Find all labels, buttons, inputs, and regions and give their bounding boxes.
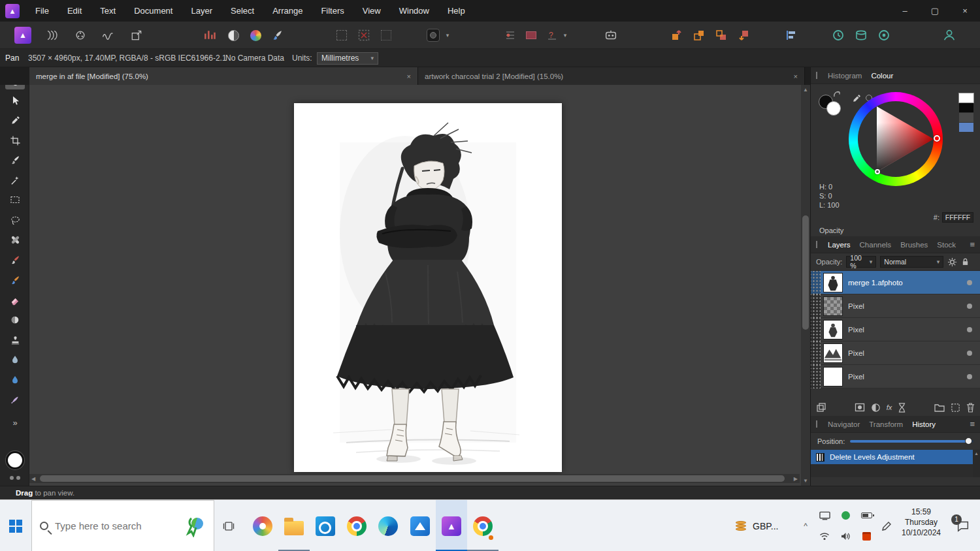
taskbar-affinity-photo[interactable]: ▲ [436,500,467,551]
crop-tool[interactable] [5,131,25,150]
select-all-button[interactable] [333,27,350,44]
develop-persona-button[interactable] [72,27,89,44]
layer-drag-handle[interactable] [811,294,821,318]
panel-menu-icon[interactable]: ≡ [970,240,975,249]
mask-layer-icon[interactable] [855,402,865,413]
layer-opacity-dropdown[interactable]: 100 %▾ [846,256,876,268]
lens-profile-button[interactable] [425,27,442,44]
search-input[interactable] [55,520,176,531]
layer-thumbnail[interactable] [823,320,843,339]
auto-colours-button[interactable] [247,27,264,44]
history-scrollbar[interactable]: ▲ [973,450,980,477]
menu-arrange[interactable]: Arrange [263,0,312,22]
arrange-move-to-back-button[interactable] [735,27,752,44]
menu-file[interactable]: File [26,0,58,22]
export-persona-button[interactable] [128,27,145,44]
search-highlights-icon[interactable] [182,515,206,537]
triangle-selector-dot[interactable] [875,169,880,174]
clone-stamp-tool[interactable] [5,331,25,349]
taskbar-outlook[interactable] [310,500,341,551]
tab-transform[interactable]: Transform [869,420,903,428]
menu-document[interactable]: Document [125,0,182,22]
assistant-options-button[interactable]: ? [544,27,561,44]
layer-visibility-dot[interactable] [967,280,972,285]
document-tab-merge[interactable]: merge in af file [Modified] (75.0%) × [29,67,418,85]
hex-input[interactable]: FFFFFF [942,212,973,223]
arrange-move-to-front-button[interactable] [668,27,685,44]
layer-row[interactable]: merge 1.afphoto [811,271,980,294]
layer-thumbnail[interactable] [823,273,843,292]
taskbar-paint-app[interactable] [247,500,278,551]
layer-thumbnail[interactable] [823,367,843,386]
taskbar-edge[interactable] [372,500,404,551]
assistant-button[interactable] [602,27,619,44]
scroll-up-icon[interactable]: ▲ [803,87,808,93]
new-layer-icon[interactable] [951,403,960,413]
move-tool[interactable] [5,91,25,110]
hue-selector-dot[interactable] [934,135,940,142]
account-button[interactable] [941,27,958,44]
scroll-down-icon[interactable]: ▼ [803,478,808,484]
layer-visibility-dot[interactable] [967,374,972,379]
horizontal-scrollbar[interactable]: ◀ ▶ [29,474,800,483]
swatch-black[interactable] [959,103,973,112]
blur-brush-tool[interactable] [5,351,25,369]
scroll-left-icon[interactable]: ◀ [31,476,35,482]
tab-histogram[interactable]: Histogram [828,72,862,80]
taskbar-chrome[interactable] [341,500,372,551]
document-tab-artwork[interactable]: artwork charcoal trial 2 [Modified] (15.… [418,67,805,85]
vertical-scroll-thumb[interactable] [802,215,809,330]
smudge-brush-tool[interactable] [5,391,25,409]
tab-navigator[interactable]: Navigator [828,420,860,428]
tab-channels[interactable]: Channels [860,241,892,249]
menu-help[interactable]: Help [438,0,474,22]
hidden-icons-button[interactable]: ^ [798,500,813,551]
tab-history[interactable]: History [912,420,936,428]
auto-white-balance-button[interactable] [269,27,286,44]
group-folder-icon[interactable] [934,403,945,412]
colour-picker-tool[interactable] [5,111,25,129]
quick-swatch-stack[interactable] [959,93,973,133]
menu-edit[interactable]: Edit [58,0,91,22]
tab-stock[interactable]: Stock [937,241,956,249]
colour-wheel[interactable] [849,92,943,186]
menu-view[interactable]: View [353,0,390,22]
restore-button[interactable]: ▢ [920,0,950,22]
selection-brush-tool[interactable] [5,151,25,169]
layer-drag-handle[interactable] [811,318,821,341]
lock-icon[interactable] [961,257,970,266]
close-button[interactable]: × [950,0,980,22]
artboard[interactable] [294,103,562,472]
close-tab-icon[interactable]: × [407,72,411,80]
swatch-grey[interactable] [959,113,973,122]
tab-brushes[interactable]: Brushes [900,241,928,249]
menu-filters[interactable]: Filters [312,0,353,22]
rotate-left-button[interactable] [830,27,847,44]
task-view-button[interactable] [214,500,243,551]
layer-thumbnail[interactable] [823,343,843,363]
live-filter-icon[interactable] [898,403,906,413]
layer-row[interactable]: Pixel [811,341,980,365]
calendar-tray-icon[interactable] [862,532,871,541]
auto-levels-button[interactable] [201,27,218,44]
layer-row[interactable]: Pixel [811,294,980,318]
volume-icon[interactable] [841,532,851,541]
layer-drag-handle[interactable] [811,341,821,365]
marquee-select-tool[interactable] [5,191,25,209]
swatch-blue[interactable] [959,123,973,132]
swatch-white[interactable] [959,93,973,102]
units-select[interactable]: Millimetres ▾ [317,49,378,67]
layer-visibility-dot[interactable] [967,351,972,356]
horizontal-scroll-thumb[interactable] [40,475,785,482]
lasso-select-tool[interactable] [5,211,25,229]
auto-contrast-button[interactable] [225,27,242,44]
layer-drag-handle[interactable] [811,365,821,388]
flood-fill-tool[interactable] [5,371,25,389]
delete-layer-trash-icon[interactable] [966,403,975,413]
duplicate-layer-icon[interactable] [816,402,826,413]
layer-drag-handle[interactable] [811,271,821,294]
dodge-brush-tool[interactable] [5,311,25,329]
menu-layer[interactable]: Layer [182,0,221,22]
panel-menu-icon[interactable]: ≡ [970,419,975,429]
taskbar-photos-app[interactable] [404,500,436,551]
